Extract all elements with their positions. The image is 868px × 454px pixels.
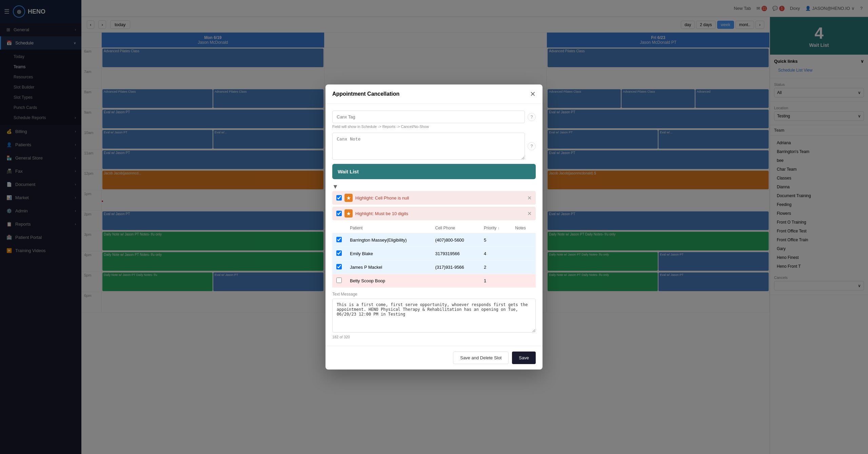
row-checkbox[interactable] bbox=[336, 250, 342, 256]
waitlist-section-header: Wait List bbox=[332, 164, 536, 179]
highlight-collapse-icon[interactable]: ▼ bbox=[332, 183, 338, 190]
row-notes bbox=[511, 233, 536, 247]
row-notes bbox=[511, 261, 536, 274]
table-row: Barrington Massey(Eligibility) (407)800-… bbox=[332, 233, 536, 247]
text-message-label: Text Message bbox=[332, 292, 536, 297]
highlight-remove-button-1[interactable]: ✕ bbox=[527, 195, 532, 201]
canx-note-input-row: ? bbox=[332, 133, 536, 160]
highlight-bar-2: ★ Highlight: Must be 10 digits ✕ bbox=[332, 207, 536, 220]
canx-note-input[interactable] bbox=[332, 133, 525, 160]
appointment-cancellation-modal: Appointment Cancellation ✕ ? Field will … bbox=[326, 84, 542, 370]
modal-body: ? Field will show in Schedule -> Reports… bbox=[326, 104, 542, 346]
row-patient-name: Emily Blake bbox=[346, 247, 431, 261]
row-patient-name: Betty Scoop Boop bbox=[346, 274, 431, 288]
highlights-section: ▼ ★ Highlight: Cell Phone is null ✕ ★ Hi… bbox=[332, 183, 536, 220]
highlight-checkbox-1[interactable] bbox=[336, 195, 342, 201]
waitlist-table: Patient Cell Phone Priority↕ Notes Barri… bbox=[332, 223, 536, 288]
modal-footer: Save and Delete Slot Save bbox=[326, 346, 542, 370]
canx-note-help-icon[interactable]: ? bbox=[528, 142, 536, 150]
row-notes bbox=[511, 274, 536, 288]
modal-title: Appointment Cancellation bbox=[332, 91, 399, 97]
row-priority: 5 bbox=[480, 233, 511, 247]
canx-tag-help-icon[interactable]: ? bbox=[528, 113, 536, 121]
row-checkbox[interactable] bbox=[336, 237, 342, 242]
row-phone: 3179319566 bbox=[431, 247, 480, 261]
save-button[interactable]: Save bbox=[512, 352, 536, 364]
row-check-cell bbox=[332, 233, 346, 247]
table-row: Emily Blake 3179319566 4 bbox=[332, 247, 536, 261]
highlight-bar-1: ★ Highlight: Cell Phone is null ✕ bbox=[332, 191, 536, 205]
row-phone: (407)800-5600 bbox=[431, 233, 480, 247]
text-message-input[interactable] bbox=[332, 299, 536, 333]
canx-tag-row: ? Field will show in Schedule -> Reports… bbox=[332, 111, 536, 129]
modal-header: Appointment Cancellation ✕ bbox=[326, 84, 542, 104]
row-checkbox[interactable] bbox=[336, 264, 342, 269]
col-header-notes: Notes bbox=[511, 223, 536, 233]
row-phone: (317)931-9566 bbox=[431, 261, 480, 274]
col-header-check bbox=[332, 223, 346, 233]
modal-close-button[interactable]: ✕ bbox=[530, 90, 536, 98]
table-row: James P Mackel (317)931-9566 2 bbox=[332, 261, 536, 274]
col-header-patient: Patient bbox=[346, 223, 431, 233]
highlight-checkbox-2[interactable] bbox=[336, 211, 342, 216]
row-check-cell bbox=[332, 247, 346, 261]
row-patient-name: James P Mackel bbox=[346, 261, 431, 274]
highlight-toggle: ▼ bbox=[332, 183, 536, 190]
canx-note-row: ? bbox=[332, 133, 536, 160]
row-checkbox[interactable] bbox=[336, 278, 342, 283]
row-priority: 2 bbox=[480, 261, 511, 274]
row-patient-name: Barrington Massey(Eligibility) bbox=[346, 233, 431, 247]
canx-tag-input[interactable] bbox=[332, 111, 525, 123]
row-phone bbox=[431, 274, 480, 288]
col-header-priority: Priority↕ bbox=[480, 223, 511, 233]
modal-overlay: Appointment Cancellation ✕ ? Field will … bbox=[0, 0, 868, 454]
highlight-text-2: Highlight: Must be 10 digits bbox=[355, 211, 525, 216]
row-priority: 1 bbox=[480, 274, 511, 288]
row-notes bbox=[511, 247, 536, 261]
sort-icon: ↕ bbox=[498, 226, 499, 230]
highlight-remove-button-2[interactable]: ✕ bbox=[527, 210, 532, 217]
text-message-section: Text Message 182 of 320 bbox=[332, 292, 536, 339]
highlight-text-1: Highlight: Cell Phone is null bbox=[355, 195, 525, 201]
highlight-star-icon-2: ★ bbox=[344, 209, 353, 217]
col-header-phone: Cell Phone bbox=[431, 223, 480, 233]
table-row: Betty Scoop Boop 1 bbox=[332, 274, 536, 288]
row-check-cell bbox=[332, 274, 346, 288]
highlight-star-icon-1: ★ bbox=[344, 194, 353, 202]
char-count: 182 of 320 bbox=[332, 335, 536, 339]
row-priority: 4 bbox=[480, 247, 511, 261]
save-delete-slot-button[interactable]: Save and Delete Slot bbox=[453, 352, 509, 364]
canx-tag-hint: Field will show in Schedule -> Reports -… bbox=[332, 125, 536, 129]
row-check-cell bbox=[332, 261, 346, 274]
canx-tag-input-row: ? bbox=[332, 111, 536, 123]
